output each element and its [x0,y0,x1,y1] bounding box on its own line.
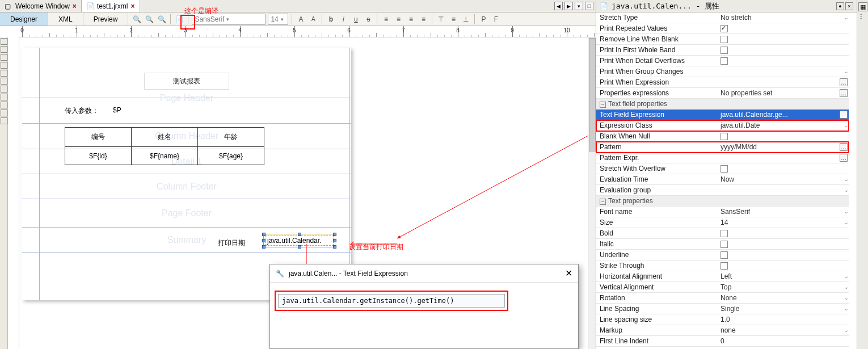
property-row[interactable]: Stretch TypeNo stretch⌵ [596,12,849,23]
checkbox[interactable] [720,47,728,54]
ellipsis-icon[interactable]: … [840,111,848,119]
property-row[interactable]: Markupnone⌵ [596,325,849,336]
col-header[interactable]: 年龄 [198,128,264,147]
checkbox[interactable] [720,262,728,270]
checkbox[interactable] [720,251,728,259]
size-down-icon[interactable]: A [308,14,318,24]
chevron-down-icon[interactable]: ⌵ [845,306,848,312]
maximize-icon[interactable]: □ [585,2,593,10]
chevron-down-icon[interactable]: ⌵ [845,327,848,333]
property-row[interactable]: Pattern Expr.… [596,153,849,163]
zoom-in-icon[interactable]: 🔍 [132,14,142,24]
field-icon[interactable]: F [491,14,501,24]
valign-bottom-icon[interactable]: ⊥ [461,14,471,24]
mode-preview[interactable]: Preview [83,12,129,26]
property-row[interactable]: Size14⌵ [596,217,849,228]
size-up-icon[interactable]: A [296,14,306,24]
align-right-icon[interactable]: ≡ [406,14,416,24]
property-row[interactable]: Print When Detail Overflows [596,56,849,66]
property-row[interactable]: First Line Indent0 [596,336,849,347]
size-combo[interactable]: 14▾ [268,14,288,25]
close-icon[interactable]: ✕ [565,268,572,279]
italic-icon[interactable]: i [338,14,348,24]
property-row[interactable]: Evaluation group⌵ [596,185,849,196]
report-title[interactable]: 测试报表 [144,73,229,90]
property-row[interactable]: Line SpacingSingle⌵ [596,304,849,314]
chevron-down-icon[interactable]: ⌵ [845,220,848,225]
chevron-down-icon[interactable]: ⌵ [845,209,848,215]
align-center-icon[interactable]: ≡ [393,14,403,24]
property-row[interactable]: Evaluation TimeNow⌵ [596,174,849,185]
property-row[interactable]: Properties expressionsNo properties set… [596,88,849,99]
property-row[interactable]: Strike Through [596,260,849,271]
expression-input[interactable] [278,294,505,308]
property-row[interactable]: Font nameSansSerif⌵ [596,207,849,217]
scrollbar-vertical[interactable] [588,37,596,349]
property-row[interactable]: Print When Group Changes⌵ [596,66,849,77]
col-header[interactable]: 编号 [65,128,132,147]
scroll-left-icon[interactable]: ◀ [554,2,563,10]
valign-top-icon[interactable]: ⊤ [436,14,446,24]
property-row[interactable]: Remove Line When Blank [596,34,849,45]
print-date-field[interactable]: java.util.Calendar. [263,234,335,247]
zoom-fit-icon[interactable]: 🔍 [144,14,154,24]
property-row[interactable]: Print Repeated Values [596,23,849,34]
chevron-down-icon[interactable]: ⌵ [845,295,848,301]
chevron-down-icon[interactable]: ⌵ [845,176,848,182]
dock-label[interactable]: ... [858,14,867,19]
align-left-icon[interactable]: ≡ [381,14,391,24]
property-row[interactable]: −Text field properties [596,99,849,110]
param-label[interactable]: 传入参数： [65,106,99,116]
checkbox[interactable] [720,36,728,43]
component-palette[interactable] [0,37,8,349]
property-row[interactable]: Stretch With Overflow [596,163,849,174]
dock-icon[interactable]: ▦ [858,2,867,11]
param-field[interactable]: $P [113,106,121,114]
chevron-down-icon[interactable]: ⌵ [845,284,848,290]
property-row[interactable]: Print When Expression… [596,77,849,88]
param-icon[interactable]: P [478,14,488,24]
compile-icon[interactable]: 📄 [174,14,184,24]
report-table[interactable]: 编号 姓名 年龄 $F{id} $F{name} $F{age} [65,127,264,165]
property-row[interactable]: Underline [596,250,849,260]
underline-icon[interactable]: u [351,14,361,24]
property-row[interactable]: Italic [596,239,849,250]
align-justify-icon[interactable]: ≡ [418,14,428,24]
property-row[interactable]: Blank When Null [596,131,849,142]
bold-icon[interactable]: b [326,14,336,24]
chevron-down-icon[interactable]: ⌵ [845,15,848,20]
checkbox[interactable] [720,241,728,248]
chevron-down-icon[interactable]: ⌵ [845,187,848,193]
ellipsis-icon[interactable]: … [840,143,848,151]
property-row[interactable]: Vertical AlignmentTop⌵ [596,282,849,293]
scroll-right-icon[interactable]: ▶ [564,2,573,10]
property-row[interactable]: Patternyyyy/MM/dd… [596,142,849,153]
checkbox[interactable] [720,230,728,237]
print-date-label[interactable]: 打印日期 [218,238,245,248]
checkbox[interactable] [720,133,728,140]
detail-field[interactable]: $F{age} [198,147,264,165]
close-icon[interactable]: × [845,2,853,10]
property-row[interactable]: Expression Classjava.util.Date⌵ [596,120,849,131]
checkbox[interactable] [720,57,728,65]
chevron-down-icon[interactable]: ⌵ [845,69,848,74]
property-row[interactable]: RotationNone⌵ [596,293,849,304]
zoom-out-icon[interactable]: 🔍 [157,14,167,24]
property-row[interactable]: −Text properties [596,196,849,207]
valign-middle-icon[interactable]: ≡ [448,14,458,24]
property-row[interactable]: Text Field Expressionjava.util.Calendar.… [596,110,849,120]
property-row[interactable]: Bold [596,228,849,239]
tab-jrxml[interactable]: 📄 test1.jrxml × [82,0,140,12]
detail-field[interactable]: $F{name} [132,147,198,165]
property-row[interactable]: Horizontal AlignmentLeft⌵ [596,271,849,282]
chevron-down-icon[interactable]: ⌵ [845,123,848,128]
chevron-down-icon[interactable]: ⌵ [845,274,848,279]
mode-designer[interactable]: Designer [0,12,48,26]
close-icon[interactable]: × [131,2,135,10]
col-header[interactable]: 姓名 [132,128,198,147]
strike-icon[interactable]: s [363,14,373,24]
detail-field[interactable]: $F{id} [65,147,132,165]
ellipsis-icon[interactable]: … [840,89,848,97]
close-icon[interactable]: × [73,2,77,10]
property-row[interactable]: Print In First Whole Band [596,45,849,56]
